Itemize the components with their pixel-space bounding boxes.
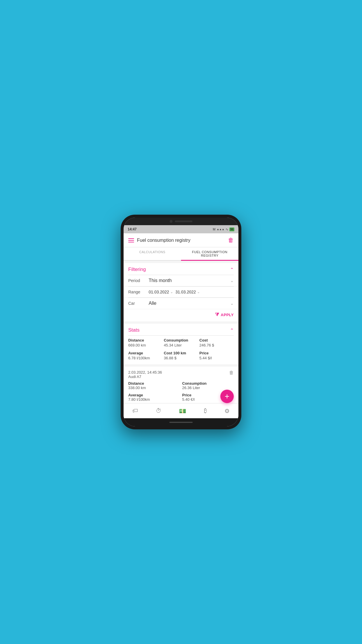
stats-collapse-icon[interactable]: ⌃ [230, 328, 234, 333]
car-value: Alle [149, 301, 157, 306]
record-delete-button[interactable]: 🗑 [229, 370, 234, 375]
status-bar: 14:47 M ▲▲▲ ∿ 96 [124, 225, 238, 233]
add-fab-button[interactable]: + [220, 390, 234, 403]
cost-value: 246.76 $ [199, 343, 234, 347]
apply-label: APPLY [221, 313, 234, 317]
range-start-chevron-icon: ⌄ [170, 290, 173, 294]
record-consumption-item: Consumption 26.36 Liter [182, 381, 234, 390]
filtering-title: Filtering [128, 267, 146, 272]
average-value: 6.78 l/100km [128, 356, 163, 360]
record-distance-label: Distance [128, 381, 180, 386]
car-row: Car Alle ⌄ [124, 298, 238, 309]
filter-funnel-icon: ⧩ [215, 312, 219, 317]
settings-icon: ⚙ [224, 407, 230, 414]
tag-icon: 🏷 [132, 407, 138, 414]
record-car: Audi A7 [128, 374, 162, 379]
consumption-label: Consumption [164, 338, 198, 342]
range-end-chevron-icon: ⌄ [197, 290, 200, 294]
status-icons: M ▲▲▲ ∿ 96 [213, 228, 234, 231]
price-stat: Price 5.44 $/l [199, 351, 234, 360]
speaker [175, 220, 192, 222]
cost100-stat: Cost 100 km 36.88 $ [164, 351, 198, 360]
record-average-item: Average 7.80 l/100km [128, 393, 180, 402]
car-chevron-icon: ⌄ [230, 301, 234, 306]
filtering-collapse-icon[interactable]: ⌃ [230, 267, 234, 272]
email-icon: M [213, 228, 215, 231]
price-label: Price [199, 351, 234, 355]
period-label: Period [128, 278, 149, 283]
bitcoin-icon: ₿ [204, 407, 207, 414]
stats-title: Stats [128, 327, 140, 333]
nav-bitcoin[interactable]: ₿ [203, 406, 208, 415]
average-stat: Average 6.78 l/100km [128, 351, 163, 360]
nav-gauge[interactable]: ⏱ [154, 406, 163, 415]
nav-settings[interactable]: ⚙ [223, 406, 231, 416]
scroll-content: Filtering ⌃ Period This month ⌄ [124, 261, 238, 403]
stats-card: Stats ⌃ Distance 669.00 km Consumption 4… [124, 324, 238, 364]
bottom-nav: 🏷 ⏱ 💵 ₿ ⚙ [124, 403, 238, 418]
nav-money[interactable]: 💵 [178, 406, 187, 416]
tab-calculations[interactable]: CALCULATIONS [124, 247, 181, 260]
range-row: Range 01.03.2022 ⌄ 31.03.2022 ⌄ [124, 287, 238, 298]
period-value: This month [149, 278, 172, 283]
app-header: Fuel consumption registry 🗑 [124, 233, 238, 247]
record-average-value: 7.80 l/100km [128, 397, 180, 402]
signal-icon: ▲▲▲ [217, 228, 224, 231]
stats-grid: Distance 669.00 km Consumption 45.34 Lit… [124, 336, 238, 364]
record-date: 2.03.2022, 14:45:36 [128, 370, 162, 374]
delete-button[interactable]: 🗑 [228, 237, 234, 244]
range-label: Range [128, 290, 149, 294]
filtering-card: Filtering ⌃ Period This month ⌄ [124, 263, 238, 321]
range-end-dropdown[interactable]: 31.03.2022 ⌄ [175, 290, 200, 294]
tab-fuel-registry[interactable]: FUEL CONSUMPTION REGISTRY [181, 247, 238, 260]
record-distance-value: 338.00 km [128, 386, 180, 390]
car-dropdown[interactable]: Alle ⌄ [149, 301, 234, 306]
apply-row: ⧩ APPLY [124, 309, 238, 321]
distance-value: 669.00 km [128, 343, 163, 347]
average-label: Average [128, 351, 163, 355]
distance-stat: Distance 669.00 km [128, 338, 163, 347]
period-row: Period This month ⌄ [124, 275, 238, 286]
period-dropdown[interactable]: This month ⌄ [149, 278, 234, 283]
consumption-value: 45.34 Liter [164, 343, 198, 347]
money-icon: 💵 [179, 407, 186, 414]
menu-button[interactable] [128, 238, 134, 242]
cost100-label: Cost 100 km [164, 351, 198, 355]
app-title: Fuel consumption registry [137, 238, 190, 243]
gauge-icon: ⏱ [156, 407, 161, 414]
price-value: 5.44 $/l [199, 356, 234, 360]
front-camera [170, 220, 173, 223]
cost-label: Cost [199, 338, 234, 342]
range-end-value: 31.03.2022 [175, 290, 196, 294]
battery-indicator: 96 [229, 228, 234, 231]
record-consumption-label: Consumption [182, 381, 234, 386]
consumption-stat: Consumption 45.34 Liter [164, 338, 198, 347]
wifi-icon: ∿ [226, 228, 228, 231]
home-indicator [169, 422, 193, 423]
cost100-value: 36.88 $ [164, 356, 198, 360]
record-distance-item: Distance 338.00 km [128, 381, 180, 390]
period-chevron-icon: ⌄ [230, 278, 234, 283]
record-consumption-value: 26.36 Liter [182, 386, 234, 390]
record-stats: Distance 338.00 km Consumption 26.36 Lit… [128, 381, 234, 402]
nav-tag[interactable]: 🏷 [131, 406, 139, 415]
distance-label: Distance [128, 338, 163, 342]
status-time: 14:47 [128, 227, 137, 231]
apply-button[interactable]: ⧩ APPLY [215, 312, 234, 317]
cost-stat: Cost 246.76 $ [199, 338, 234, 347]
record-average-label: Average [128, 393, 180, 397]
range-start-value: 01.03.2022 [149, 290, 169, 294]
car-label: Car [128, 301, 149, 306]
range-start-dropdown[interactable]: 01.03.2022 ⌄ [149, 290, 173, 294]
tab-bar: CALCULATIONS FUEL CONSUMPTION REGISTRY [124, 247, 238, 261]
